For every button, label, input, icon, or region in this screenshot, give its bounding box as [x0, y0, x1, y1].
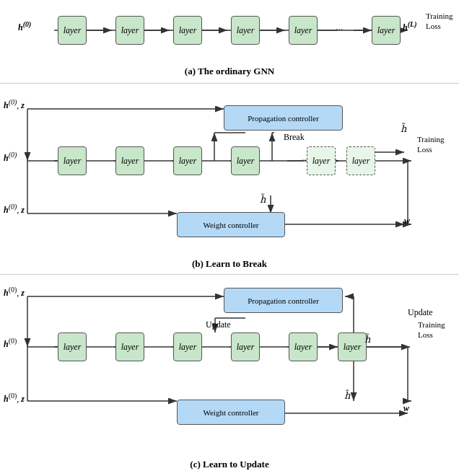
section-b-layer-1: layer — [58, 146, 87, 175]
section-c-update-label-right: Update — [408, 307, 433, 318]
section-c-layer-1: layer — [58, 332, 87, 361]
section-b-input-bottom: h(0), z — [4, 203, 25, 216]
section-b-title: (b) Learn to Break — [0, 258, 459, 270]
section-a-layer-4: layer — [231, 16, 260, 45]
section-c-layer-3: layer — [173, 332, 202, 361]
section-c: ··· h(0), z — [0, 274, 459, 476]
section-c-layer-5: layer — [289, 332, 318, 361]
section-c-input-bottom: h(0), z — [4, 392, 25, 405]
section-b-layer-5-dashed: layer — [307, 146, 336, 175]
section-b-layer-3: layer — [173, 146, 202, 175]
section-a: ··· h(0) layer layer layer layer layer l… — [0, 0, 459, 83]
section-c-input-mid: h(0) — [4, 337, 17, 350]
section-b-weight-controller: Weight controller — [177, 212, 285, 237]
section-b: ··· — [0, 83, 459, 274]
section-b-layer-6-dashed: layer — [346, 146, 375, 175]
section-b-input-top: h(0), z — [4, 98, 25, 111]
section-a-layer-6: layer — [372, 16, 401, 45]
section-c-w-label: w — [403, 403, 409, 414]
section-a-output-label: h(L) — [403, 20, 416, 33]
section-b-layer-4: layer — [231, 146, 260, 175]
section-a-layer-2: layer — [115, 16, 144, 45]
section-b-h-tilde-top: h̃ — [401, 123, 406, 135]
section-b-loss-label: TrainingLoss — [417, 134, 445, 155]
section-c-weight-controller: Weight controller — [177, 400, 285, 425]
section-c-h-tilde-bottom: h̃ — [344, 390, 350, 402]
section-b-w-label: w — [404, 216, 410, 226]
section-b-input-mid: h(0) — [4, 151, 17, 164]
section-c-layer-2: layer — [115, 332, 144, 361]
section-b-layer-2: layer — [115, 146, 144, 175]
section-c-title: (c) Learn to Update — [0, 459, 459, 470]
section-a-title: (a) The ordinary GNN — [0, 66, 459, 77]
section-b-prop-controller: Propagation controller — [224, 105, 343, 131]
svg-text:···: ··· — [336, 25, 344, 35]
section-b-break-label: Break — [284, 132, 305, 143]
section-b-h-tilde-bottom: h̃ — [260, 194, 266, 206]
section-c-layer-4: layer — [231, 332, 260, 361]
section-c-update-label: Update — [206, 319, 231, 330]
section-a-input-label: h(0) — [18, 20, 31, 33]
section-c-prop-controller: Propagation controller — [224, 288, 343, 313]
section-a-layer-1: layer — [58, 16, 87, 45]
section-a-layer-3: layer — [173, 16, 202, 45]
diagram-container: ··· h(0) layer layer layer layer layer l… — [0, 0, 459, 476]
section-c-layer-6: layer — [338, 332, 367, 361]
section-c-loss-label: TrainingLoss — [418, 319, 445, 340]
section-a-layer-5: layer — [289, 16, 318, 45]
section-c-h-tilde: h̃ — [364, 334, 370, 345]
section-a-loss-label: TrainingLoss — [426, 11, 453, 32]
section-c-input-top: h(0), z — [4, 286, 25, 299]
